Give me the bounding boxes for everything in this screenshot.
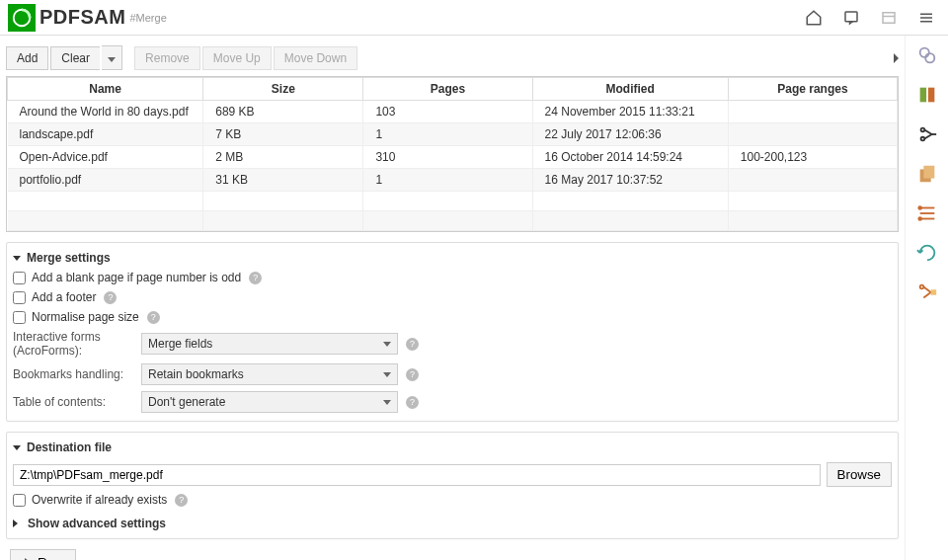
destination-input[interactable] — [13, 464, 821, 486]
clear-button[interactable]: Clear — [50, 46, 100, 70]
notification-icon[interactable] — [837, 4, 865, 32]
svg-point-11 — [920, 128, 924, 132]
help-icon[interactable]: ? — [406, 396, 419, 409]
svg-point-19 — [918, 217, 921, 220]
overwrite-label: Overwrite if already exists — [32, 493, 167, 507]
table-row[interactable]: Around the World in 80 days.pdf 689 KB 1… — [8, 101, 898, 123]
move-down-button[interactable]: Move Down — [274, 46, 357, 70]
help-icon[interactable]: ? — [406, 338, 419, 351]
acroforms-select[interactable]: Merge fields — [141, 333, 398, 355]
help-icon[interactable]: ? — [104, 291, 117, 304]
svg-point-8 — [925, 53, 934, 62]
svg-rect-9 — [919, 88, 925, 103]
bookmarks-select[interactable]: Retain bookmarks — [141, 363, 398, 385]
app-header: PDFSAM #Merge — [0, 0, 948, 36]
add-footer-label: Add a footer — [32, 290, 96, 304]
svg-point-20 — [919, 285, 923, 289]
col-modified[interactable]: Modified — [532, 78, 728, 101]
table-row[interactable]: landscape.pdf 7 KB 1 22 July 2017 12:06:… — [8, 123, 898, 146]
table-row[interactable]: portfolio.pdf 31 KB 1 16 May 2017 10:37:… — [8, 169, 898, 192]
split-icon[interactable] — [913, 120, 941, 148]
add-footer-checkbox[interactable] — [13, 291, 26, 304]
rotate-icon[interactable] — [913, 239, 941, 267]
table-row-empty — [8, 192, 898, 211]
svg-rect-10 — [927, 88, 933, 103]
split-by-size-icon[interactable] — [913, 200, 941, 227]
run-button[interactable]: Run — [10, 549, 76, 560]
blank-page-label: Add a blank page if page number is odd — [32, 271, 241, 284]
svg-point-18 — [918, 206, 921, 209]
col-name[interactable]: Name — [8, 78, 203, 101]
split-bookmarks-icon[interactable] — [913, 279, 941, 306]
clear-dropdown[interactable] — [102, 45, 122, 70]
help-icon[interactable]: ? — [406, 368, 419, 381]
table-row[interactable]: Open-Advice.pdf 2 MB 310 16 October 2014… — [8, 146, 898, 169]
col-size[interactable]: Size — [203, 78, 363, 101]
help-icon[interactable]: ? — [147, 311, 160, 324]
disclosure-icon — [13, 445, 21, 450]
table-row-empty — [8, 211, 898, 231]
merge-settings-header[interactable]: Merge settings — [13, 251, 892, 265]
svg-rect-1 — [845, 12, 857, 22]
acroforms-label: Interactive forms (AcroForms): — [13, 330, 141, 358]
merge-tool-icon[interactable] — [913, 41, 941, 69]
window-icon[interactable] — [875, 4, 903, 32]
toc-label: Table of contents: — [13, 395, 141, 409]
col-ranges[interactable]: Page ranges — [728, 78, 897, 101]
help-icon[interactable]: ? — [249, 272, 262, 284]
disclosure-icon — [13, 520, 22, 527]
help-icon[interactable]: ? — [175, 494, 188, 507]
svg-point-12 — [920, 137, 924, 141]
svg-rect-14 — [923, 166, 934, 179]
merge-settings-panel: Merge settings Add a blank page if page … — [6, 242, 899, 422]
file-table-toolbar: Add Clear Remove Move Up Move Down — [6, 45, 899, 70]
svg-point-7 — [919, 48, 928, 57]
app-name: PDFSAM — [40, 6, 125, 29]
toc-select[interactable]: Don't generate — [141, 391, 398, 413]
bookmarks-label: Bookmarks handling: — [13, 367, 141, 381]
browse-button[interactable]: Browse — [827, 462, 892, 487]
advanced-header[interactable]: Show advanced settings — [13, 517, 892, 530]
alternate-mix-icon[interactable] — [913, 81, 941, 109]
col-pages[interactable]: Pages — [363, 78, 532, 101]
disclosure-icon — [13, 256, 21, 261]
add-button[interactable]: Add — [6, 46, 48, 70]
expand-toolbar-icon[interactable] — [894, 53, 899, 63]
app-logo — [8, 4, 36, 32]
destination-header[interactable]: Destination file — [13, 440, 892, 454]
tool-sidebar — [905, 36, 948, 560]
app-subtitle: #Merge — [129, 12, 166, 24]
file-table: Name Size Pages Modified Page ranges Aro… — [6, 76, 899, 232]
overwrite-checkbox[interactable] — [13, 494, 26, 507]
destination-panel: Destination file Browse Overwrite if alr… — [6, 432, 899, 539]
svg-rect-2 — [883, 12, 895, 23]
normalise-label: Normalise page size — [32, 310, 139, 324]
svg-rect-21 — [930, 289, 936, 295]
menu-icon[interactable] — [912, 4, 940, 32]
move-up-button[interactable]: Move Up — [202, 46, 272, 70]
home-icon[interactable] — [800, 4, 828, 32]
remove-button[interactable]: Remove — [134, 46, 200, 70]
normalise-checkbox[interactable] — [13, 311, 26, 324]
blank-page-checkbox[interactable] — [13, 272, 26, 284]
extract-icon[interactable] — [913, 160, 941, 188]
